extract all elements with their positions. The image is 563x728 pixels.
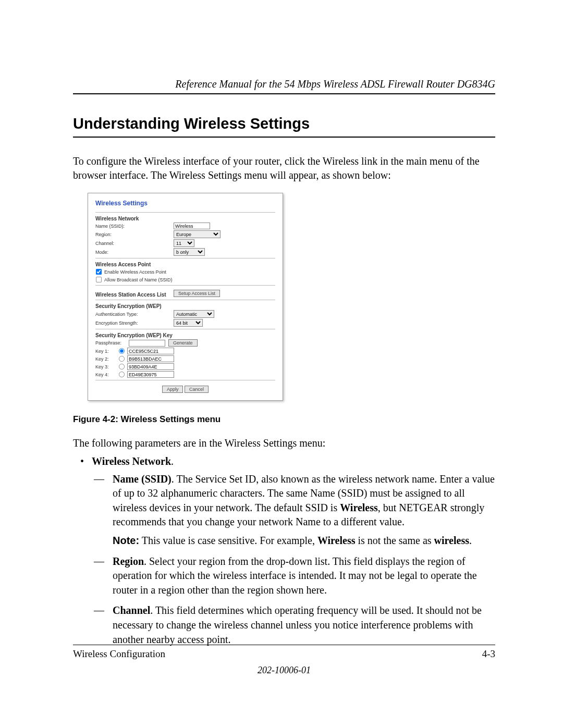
setup-access-list-button[interactable]: Setup Access List bbox=[174, 290, 220, 297]
key3-radio[interactable] bbox=[119, 364, 125, 369]
sub-bullet-channel: Channel. This field determines which ope… bbox=[92, 603, 495, 647]
wireless-settings-screenshot: Wireless Settings Wireless Network Name … bbox=[88, 193, 283, 401]
section-wireless-network: Wireless Network bbox=[95, 216, 275, 221]
region-select[interactable]: Europe bbox=[174, 230, 221, 238]
channel-select[interactable]: 11 bbox=[174, 239, 194, 247]
ssid-input[interactable] bbox=[174, 223, 210, 229]
following-paragraph: The following parameters are in the Wire… bbox=[73, 437, 495, 449]
key1-radio[interactable] bbox=[119, 348, 125, 354]
running-header: Reference Manual for the 54 Mbps Wireles… bbox=[73, 78, 495, 94]
note-mid: is not the same as bbox=[355, 535, 434, 546]
enable-ap-checkbox[interactable] bbox=[96, 269, 102, 275]
ssid-note: Note: This value is case sensitive. For … bbox=[113, 534, 495, 548]
ssid-head: Name (SSID) bbox=[113, 473, 172, 485]
cancel-button[interactable]: Cancel bbox=[185, 386, 209, 393]
panel-title: Wireless Settings bbox=[95, 200, 275, 207]
broadcast-label: Allow Broadcast of Name (SSID) bbox=[104, 277, 173, 282]
note-bold-2: wireless bbox=[434, 535, 469, 546]
footer-right: 4-3 bbox=[482, 648, 495, 660]
key4-radio[interactable] bbox=[119, 372, 125, 377]
section-wep: Security Encryption (WEP) bbox=[95, 303, 275, 309]
key2-radio[interactable] bbox=[119, 356, 125, 362]
passphrase-input[interactable] bbox=[129, 340, 165, 347]
section-wep-key: Security Encryption (WEP) Key bbox=[95, 332, 275, 338]
strength-label: Encryption Strength: bbox=[95, 320, 174, 326]
ssid-label: Name (SSID): bbox=[95, 224, 174, 229]
mode-select[interactable]: b only bbox=[174, 248, 205, 256]
page-footer: Wireless Configuration 4-3 202-10006-01 bbox=[73, 645, 495, 676]
page-title: Understanding Wireless Settings bbox=[73, 115, 495, 138]
channel-label: Channel: bbox=[95, 241, 174, 246]
enable-ap-label: Enable Wireless Access Point bbox=[104, 269, 166, 275]
note-text-a: This value is case sensitive. For exampl… bbox=[139, 535, 317, 546]
key1-label: Key 1: bbox=[95, 349, 118, 354]
key3-label: Key 3: bbox=[95, 364, 118, 369]
section-station-access: Wireless Station Access List bbox=[95, 292, 174, 298]
channel-head: Channel bbox=[113, 604, 150, 616]
channel-text: . This field determines which operating … bbox=[113, 604, 482, 645]
bullet-wireless-network: Wireless Network. Name (SSID). The Servi… bbox=[73, 454, 495, 647]
region-head: Region bbox=[113, 556, 144, 567]
intro-paragraph: To configure the Wireless interface of y… bbox=[73, 154, 495, 182]
note-label: Note: bbox=[113, 535, 139, 546]
generate-button[interactable]: Generate bbox=[168, 339, 198, 347]
region-label: Region: bbox=[95, 232, 174, 237]
wireless-network-head: Wireless Network bbox=[92, 455, 171, 467]
key4-label: Key 4: bbox=[95, 372, 118, 377]
key3-input[interactable] bbox=[127, 363, 174, 370]
key4-input[interactable] bbox=[127, 371, 174, 378]
section-access-point: Wireless Access Point bbox=[95, 262, 275, 267]
auth-type-select[interactable]: Automatic bbox=[174, 310, 214, 318]
footer-left: Wireless Configuration bbox=[73, 648, 165, 660]
key2-label: Key 2: bbox=[95, 356, 118, 362]
sub-bullet-region: Region. Select your region from the drop… bbox=[92, 554, 495, 598]
note-bold-1: Wireless bbox=[317, 535, 356, 546]
auth-type-label: Authentication Type: bbox=[95, 312, 174, 317]
region-text: . Select your region from the drop-down … bbox=[113, 556, 477, 596]
apply-button[interactable]: Apply bbox=[162, 386, 183, 393]
figure-caption: Figure 4-2: Wireless Settings menu bbox=[73, 414, 495, 425]
sub-bullet-ssid: Name (SSID). The Service Set ID, also kn… bbox=[92, 472, 495, 548]
ssid-default-bold: Wireless bbox=[340, 502, 378, 513]
broadcast-checkbox[interactable] bbox=[96, 277, 102, 282]
strength-select[interactable]: 64 bit bbox=[174, 319, 203, 327]
key2-input[interactable] bbox=[127, 355, 174, 362]
key1-input[interactable] bbox=[127, 348, 174, 354]
passphrase-label: Passphrase: bbox=[95, 340, 129, 346]
mode-label: Mode: bbox=[95, 250, 174, 255]
footer-docnum: 202-10006-01 bbox=[73, 665, 495, 676]
note-end: . bbox=[469, 535, 472, 546]
